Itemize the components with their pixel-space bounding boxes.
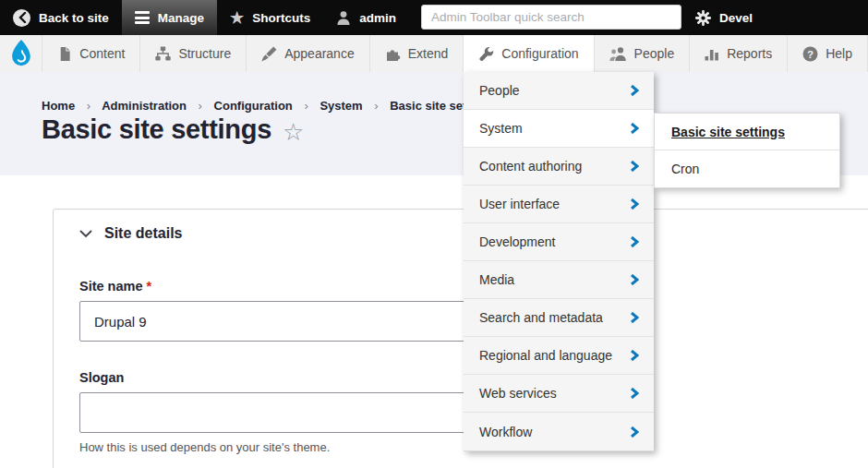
chevron-right-icon	[630, 274, 639, 285]
submenu-item-basic-site-settings[interactable]: Basic site settings	[655, 114, 839, 150]
chevron-right-icon	[630, 236, 639, 247]
menu-item-system[interactable]: System	[464, 110, 654, 148]
toolbar-tab-label: Appearance	[284, 46, 355, 61]
drupal-admin-screen: Back to site Manage ★ Shortcuts admin	[0, 0, 868, 468]
chevron-right-icon	[630, 312, 639, 323]
document-icon	[57, 46, 72, 62]
toolbar-tab-label: People	[634, 46, 675, 61]
chevron-right-icon	[630, 85, 639, 96]
drupal-home-button[interactable]	[0, 35, 42, 72]
chevron-right-icon	[630, 161, 639, 172]
menu-item-development[interactable]: Development	[464, 223, 654, 261]
chevron-right-icon	[630, 198, 639, 210]
username-label: admin	[359, 11, 396, 25]
breadcrumb-system[interactable]: System	[319, 99, 362, 113]
hamburger-icon	[135, 11, 150, 24]
chevron-down-icon	[79, 230, 92, 238]
configuration-dropdown: People System Content authoring User int…	[464, 72, 654, 451]
puzzle-icon	[385, 46, 401, 62]
toolbar-tab-help[interactable]: ? Help	[788, 35, 868, 72]
toolbar-tab-extend[interactable]: Extend	[370, 35, 464, 72]
person-icon	[336, 10, 351, 26]
sitemap-icon	[155, 46, 171, 62]
back-circle-icon	[13, 9, 30, 27]
menu-item-search-and-metadata[interactable]: Search and metadata	[464, 299, 654, 337]
breadcrumb-separator: ›	[190, 99, 211, 113]
menu-item-user-interface[interactable]: User interface	[464, 186, 654, 223]
page-title: Basic site settings	[42, 114, 271, 145]
devel-label: Devel	[719, 11, 753, 25]
favorite-star-icon[interactable]: ☆	[283, 116, 304, 144]
chevron-right-icon	[630, 426, 639, 438]
site-details-title: Site details	[104, 225, 182, 242]
menu-item-workflow[interactable]: Workflow	[464, 413, 654, 450]
breadcrumb-separator: ›	[366, 99, 386, 113]
star-icon: ★	[230, 10, 244, 26]
menu-item-people[interactable]: People	[464, 72, 654, 110]
admin-toolbar: Back to site Manage ★ Shortcuts admin	[0, 0, 868, 35]
shortcuts-label: Shortcuts	[252, 11, 310, 25]
menu-item-media[interactable]: Media	[464, 261, 654, 299]
toolbar-tab-content[interactable]: Content	[42, 35, 140, 72]
breadcrumb-home[interactable]: Home	[42, 99, 75, 113]
drupal-logo-icon	[7, 39, 35, 68]
brush-icon	[261, 46, 277, 62]
chevron-right-icon	[630, 123, 639, 134]
site-details-fieldset: Site details Site name * Slogan How this…	[53, 209, 868, 468]
back-to-site-button[interactable]: Back to site	[0, 0, 122, 35]
breadcrumb-configuration[interactable]: Configuration	[214, 99, 293, 113]
required-marker: *	[147, 279, 152, 294]
toolbar-tab-reports[interactable]: Reports	[690, 35, 788, 72]
menu-item-regional-and-language[interactable]: Regional and language	[464, 337, 654, 375]
wrench-icon	[478, 46, 494, 62]
submenu-item-cron[interactable]: Cron	[655, 150, 839, 187]
user-menu[interactable]: admin	[323, 0, 409, 35]
toolbar-tab-label: Content	[79, 46, 125, 61]
toolbar-tab-appearance[interactable]: Appearance	[247, 35, 370, 72]
back-to-site-label: Back to site	[39, 11, 109, 25]
breadcrumb: Home › Administration › Configuration › …	[42, 99, 495, 113]
toolbar-tab-people[interactable]: People	[595, 35, 691, 72]
system-submenu: Basic site settings Cron	[654, 113, 840, 188]
svg-text:?: ?	[807, 48, 814, 59]
manage-label: Manage	[158, 11, 204, 25]
toolbar-tab-label: Help	[826, 46, 852, 61]
gear-icon	[695, 10, 711, 26]
menu-item-content-authoring[interactable]: Content authoring	[464, 148, 654, 186]
breadcrumb-separator: ›	[78, 99, 99, 113]
manage-tab[interactable]: Manage	[122, 0, 217, 35]
devel-menu[interactable]: Devel	[682, 0, 766, 35]
toolbar-tab-configuration[interactable]: Configuration	[464, 35, 594, 72]
toolbar-tab-structure[interactable]: Structure	[140, 35, 247, 72]
help-icon: ?	[802, 46, 818, 62]
toolbar-tab-label: Reports	[727, 46, 772, 61]
shortcuts-tab[interactable]: ★ Shortcuts	[217, 0, 323, 35]
people-icon	[609, 46, 627, 62]
toolbar-tab-label: Extend	[408, 46, 449, 61]
menu-item-web-services[interactable]: Web services	[464, 375, 654, 413]
breadcrumb-administration[interactable]: Administration	[102, 99, 187, 113]
admin-search-input[interactable]	[421, 5, 681, 30]
toolbar-tab-label: Structure	[178, 46, 231, 61]
breadcrumb-separator: ›	[295, 99, 316, 113]
chevron-right-icon	[630, 350, 639, 361]
bar-chart-icon	[705, 46, 719, 61]
toolbar-tab-label: Configuration	[501, 46, 578, 61]
chevron-right-icon	[630, 388, 639, 399]
main-content: Site details Site name * Slogan How this…	[0, 175, 868, 468]
manage-toolbar: Content Structure Appearance Extend	[0, 35, 868, 72]
